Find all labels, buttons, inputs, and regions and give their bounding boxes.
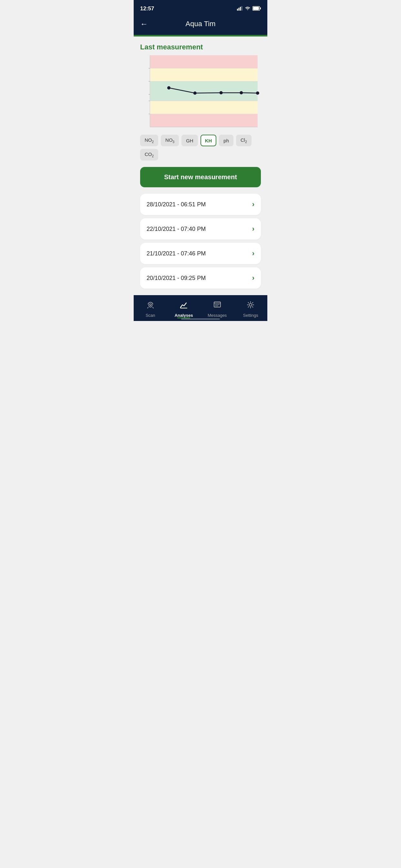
svg-rect-9 [150,82,258,101]
svg-rect-8 [150,68,258,81]
start-measurement-button[interactable]: Start new measurement [140,167,261,187]
main-content: Last measurement [134,36,267,295]
chart-container: 20/10 20/10 21/10 22/10 28/10 [140,55,261,130]
home-indicator [181,318,220,320]
nav-label-messages: Messages [208,313,227,318]
svg-rect-10 [150,101,258,114]
chevron-right-icon: › [252,249,254,258]
scan-icon [146,300,155,312]
svg-point-24 [193,91,197,95]
page-title: Aqua Tim [186,20,216,28]
signal-icon [237,6,243,11]
param-btn-GH[interactable]: GH [181,135,198,146]
svg-rect-7 [150,55,258,68]
section-title: Last measurement [140,43,261,51]
nav-label-analyses: Analyses [175,313,193,318]
svg-text:20/10: 20/10 [185,129,196,130]
nav-label-settings: Settings [243,313,258,318]
chevron-right-icon: › [252,274,254,282]
svg-point-25 [220,91,223,94]
svg-rect-5 [260,7,261,9]
header: ← Aqua Tim [134,16,267,35]
svg-point-23 [167,86,171,89]
svg-text:28/10: 28/10 [252,129,261,130]
svg-point-40 [249,304,252,306]
battery-icon [252,6,261,11]
svg-rect-1 [239,8,240,11]
nav-item-messages[interactable]: Messages [201,300,234,318]
param-btn-NO2[interactable]: NO2 [140,135,158,146]
measurement-date: 28/10/2021 - 06:51 PM [147,201,206,208]
measurement-date: 21/10/2021 - 07:46 PM [147,250,206,257]
back-button[interactable]: ← [140,20,148,28]
bottom-nav: Scan Analyses Messages [134,295,267,321]
measurement-item[interactable]: 21/10/2021 - 07:46 PM › [140,243,261,264]
measurement-item[interactable]: 20/10/2021 - 09:25 PM › [140,268,261,289]
svg-point-27 [256,91,259,95]
status-bar: 12:57 [134,0,267,16]
svg-point-26 [240,91,243,94]
svg-point-34 [150,305,151,306]
status-time: 12:57 [140,5,154,12]
svg-text:22/10: 22/10 [236,129,247,130]
svg-rect-0 [237,9,238,11]
param-btn-ph[interactable]: ph [219,135,234,146]
svg-rect-3 [242,6,243,11]
wifi-icon [245,6,251,11]
param-btn-Cl2[interactable]: Cl2 [236,135,251,146]
svg-rect-11 [150,114,258,127]
svg-text:21/10: 21/10 [212,129,223,130]
measurement-list: 28/10/2021 - 06:51 PM › 22/10/2021 - 07:… [140,194,261,295]
nav-item-scan[interactable]: Scan [134,300,167,318]
svg-rect-6 [253,7,259,10]
chart-svg: 20/10 20/10 21/10 22/10 28/10 [140,55,261,130]
messages-icon [213,300,222,312]
measurement-item[interactable]: 28/10/2021 - 06:51 PM › [140,194,261,215]
nav-item-settings[interactable]: Settings [234,300,268,318]
settings-icon [246,300,255,312]
nav-label-scan: Scan [146,313,155,318]
chevron-right-icon: › [252,225,254,233]
svg-text:20/10: 20/10 [157,129,167,130]
analyses-icon [179,300,188,312]
parameter-buttons: NO2 NO3 GH KH ph Cl2 CO2 [140,135,261,160]
nav-item-analyses[interactable]: Analyses [167,300,201,318]
measurement-item[interactable]: 22/10/2021 - 07:40 PM › [140,218,261,240]
param-btn-NO3[interactable]: NO3 [161,135,179,146]
param-btn-KH[interactable]: KH [201,135,217,146]
chevron-right-icon: › [252,200,254,209]
measurement-date: 22/10/2021 - 07:40 PM [147,226,206,232]
param-btn-CO2[interactable]: CO2 [140,149,158,160]
status-icons [237,6,261,11]
measurement-date: 20/10/2021 - 09:25 PM [147,275,206,282]
svg-rect-2 [240,7,241,11]
